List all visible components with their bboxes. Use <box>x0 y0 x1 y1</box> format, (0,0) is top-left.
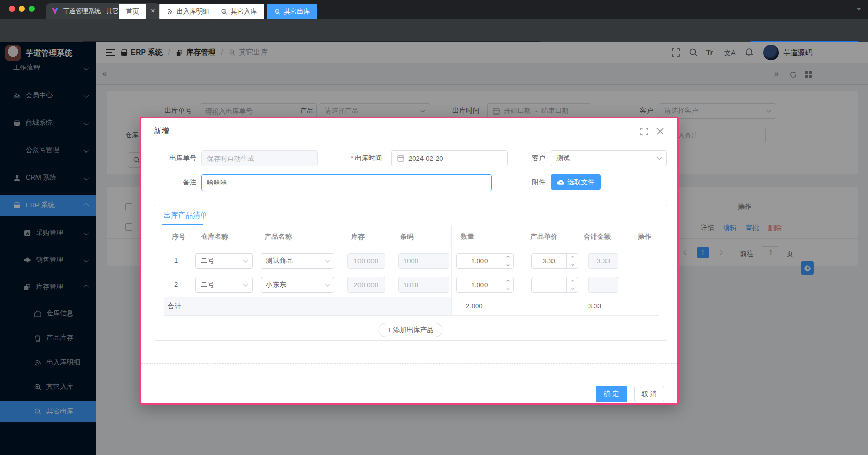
col-header-barcode: 条码 <box>400 225 414 249</box>
row2-warehouse-select[interactable]: 二号 <box>195 277 253 293</box>
confirm-button[interactable]: 确 定 <box>596 386 627 402</box>
chevron-down-icon <box>243 282 249 287</box>
increase-icon[interactable] <box>502 277 513 285</box>
browser-toolbar: ← → 127.0.0.1/erp/stock/out 6 重新启动即可更新 ⋮ <box>0 19 868 42</box>
signal-icon <box>167 8 173 15</box>
cancel-button[interactable]: 取 消 <box>634 386 664 402</box>
row1-total-input: 3.33 <box>588 253 618 269</box>
col-header-warehouse: 仓库名称 <box>201 225 228 249</box>
chevron-down-icon <box>243 258 249 263</box>
stock-out-icon <box>274 8 281 15</box>
customer-select[interactable]: 测试 <box>551 150 667 166</box>
remark-label: 备注 <box>152 174 196 190</box>
required-asterisk: * <box>351 154 353 162</box>
customer-label: 客户 <box>506 150 545 166</box>
decrease-icon[interactable] <box>502 285 513 293</box>
tab-favicon <box>51 7 59 15</box>
add-product-button[interactable]: + 添加出库产品 <box>378 323 442 337</box>
tab-close-icon[interactable]: ✕ <box>151 8 155 15</box>
remark-textarea[interactable]: 哈哈哈 <box>201 174 492 191</box>
col-header-total: 合计金额 <box>584 225 611 249</box>
row1-op: — <box>639 257 646 264</box>
row2-product-select[interactable]: 小东东 <box>261 277 334 293</box>
page-tab-stock-in[interactable]: 其它入库 <box>214 4 264 19</box>
row1-quantity-stepper[interactable]: 1.000 <box>456 253 514 269</box>
screen: 芋道管理系统 - 其它出库 ✕ + ⌄ ← → 127.0.0.1/erp/st… <box>0 0 868 455</box>
window-zoom-button[interactable] <box>29 6 35 12</box>
chevron-down-icon <box>657 155 662 160</box>
summary-label: 合计 <box>168 297 181 315</box>
out-no-label: 出库单号 <box>152 150 196 166</box>
summary-total: 3.33 <box>588 297 601 315</box>
out-no-input <box>201 150 318 166</box>
dialog-close-icon[interactable] <box>656 128 664 135</box>
page-tab-stock-record[interactable]: 出入库明细 <box>159 4 217 19</box>
increase-icon[interactable] <box>502 254 513 261</box>
upload-cloud-icon <box>557 179 565 185</box>
col-header-index: 序号 <box>172 225 185 249</box>
row2-op: — <box>639 281 646 288</box>
page-tab-stock-out[interactable]: 其它出库 <box>267 4 317 19</box>
out-time-label: *出库时间 <box>333 150 382 166</box>
new-stock-out-dialog: 新增 出库单号 *出库时间 2024-02-20 客户 测试 备注 哈哈哈 附件… <box>140 117 679 405</box>
row2-total-input <box>588 277 618 293</box>
window-minimize-button[interactable] <box>19 6 25 12</box>
row1-barcode-input: 1000 <box>398 253 449 269</box>
dialog-footer-divider <box>141 381 677 381</box>
row2-stock-input: 200.000 <box>347 277 385 293</box>
dialog-body-divider <box>141 363 677 364</box>
row2-quantity-stepper[interactable]: 1.000 <box>456 277 514 293</box>
row-index: 2 <box>174 281 178 288</box>
textarea-resize-handle[interactable] <box>486 185 491 190</box>
dialog-fullscreen-icon[interactable] <box>640 128 648 135</box>
row2-barcode-input: 1818 <box>398 277 449 293</box>
product-list-tab[interactable]: 出库产品清单 <box>164 211 207 220</box>
increase-icon[interactable] <box>567 254 578 261</box>
row1-price-stepper[interactable]: 3.33 <box>531 253 578 269</box>
chevron-down-icon <box>325 282 330 287</box>
decrease-icon[interactable] <box>502 261 513 269</box>
dialog-title: 新增 <box>154 126 169 136</box>
row1-stock-input: 100.000 <box>347 253 385 269</box>
row1-warehouse-select[interactable]: 二号 <box>195 253 253 269</box>
row1-product-select[interactable]: 测试商品 <box>261 253 334 269</box>
decrease-icon[interactable] <box>567 285 578 293</box>
row-index: 1 <box>174 257 178 264</box>
col-header-op: 操作 <box>638 225 651 249</box>
stock-in-icon <box>221 8 228 15</box>
attachment-label: 附件 <box>506 174 545 190</box>
product-list-card: 出库产品清单 序号 仓库名称 产品名称 库存 条码 数量 产品单价 合计金额 操… <box>154 205 667 341</box>
row-divider <box>164 249 659 249</box>
decrease-icon[interactable] <box>567 261 578 269</box>
row-divider <box>164 273 659 273</box>
dialog-header-divider <box>141 143 677 143</box>
fixed-column-divider <box>451 225 452 315</box>
col-header-product: 产品名称 <box>265 225 292 249</box>
summary-quantity: 2.000 <box>466 297 483 315</box>
row2-price-stepper[interactable] <box>531 277 578 293</box>
chevron-down-icon <box>325 258 330 263</box>
increase-icon[interactable] <box>567 277 578 285</box>
col-header-price: 产品单价 <box>530 225 557 249</box>
page-tab-home[interactable]: 首页 <box>119 4 146 19</box>
upload-file-button[interactable]: 选取文件 <box>551 174 601 190</box>
calendar-icon <box>397 155 404 162</box>
summary-row-background <box>164 297 451 315</box>
col-header-quantity: 数量 <box>461 225 474 249</box>
tab-search-chevron-icon[interactable]: ⌄ <box>855 3 862 12</box>
col-header-stock: 库存 <box>351 225 365 249</box>
window-close-button[interactable] <box>9 6 15 12</box>
out-time-input[interactable]: 2024-02-20 <box>391 150 508 166</box>
row-divider <box>164 315 659 316</box>
